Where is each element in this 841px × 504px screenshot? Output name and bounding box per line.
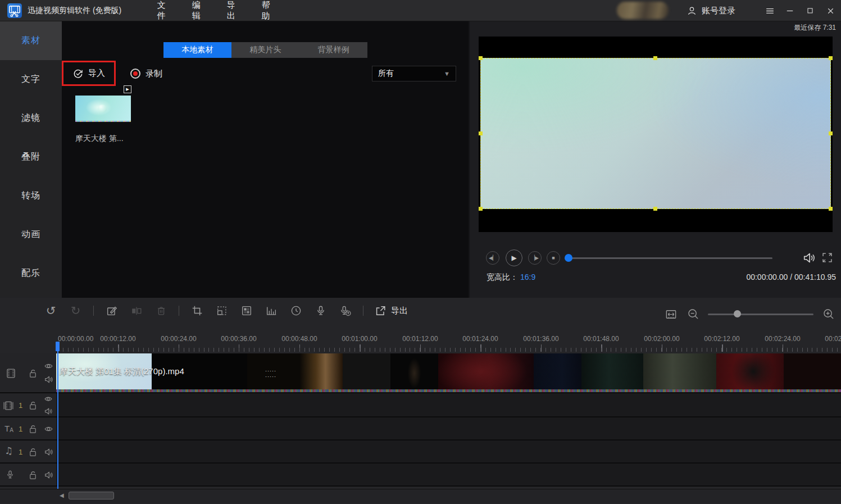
eye-icon[interactable]	[44, 394, 53, 403]
sidebar-item-overlay[interactable]: 叠附	[0, 138, 62, 176]
edit-clip-icon[interactable]	[104, 304, 119, 318]
menu-help[interactable]: 帮助	[257, 0, 275, 24]
resize-handle-bottom-right[interactable]	[829, 207, 833, 211]
sidebar-item-filter[interactable]: 滤镜	[0, 99, 62, 138]
resize-handle-top-center[interactable]	[653, 56, 657, 60]
menu-file[interactable]: 文件	[152, 0, 170, 24]
pip-film-icon	[3, 401, 13, 411]
text-track-icon: TA	[4, 424, 13, 433]
speaker-icon[interactable]	[44, 407, 53, 416]
resize-handle-bottom-center[interactable]	[653, 207, 657, 211]
duration-speed-icon[interactable]	[289, 304, 303, 318]
playhead-line[interactable]	[57, 343, 58, 489]
account-login-button[interactable]: 账号登录	[687, 0, 735, 21]
ruler-tick-label: 00:01:00.00	[342, 335, 377, 343]
speaker-icon[interactable]	[44, 470, 53, 480]
tab-background-samples[interactable]: 背景样例	[299, 42, 367, 58]
toolbar-separator	[93, 306, 94, 316]
stop-button[interactable]: ■	[547, 251, 560, 265]
track-text-lane[interactable]	[56, 417, 841, 439]
resize-handle-top-left[interactable]	[479, 56, 483, 60]
timeline-toolbar: ↺ ↻ 导出	[0, 301, 841, 320]
delete-clip-icon[interactable]	[154, 304, 168, 318]
track-video-lane[interactable]: 摩天大楼 第01集 标清(270p).mp4 ··········	[56, 353, 841, 392]
track-voice	[0, 464, 841, 487]
export-button[interactable]: 导出	[374, 305, 408, 317]
mosaic-icon[interactable]	[239, 304, 253, 318]
menu-export[interactable]: 导出	[222, 0, 240, 24]
scrollbar-thumb[interactable]	[69, 492, 114, 500]
timeline-ruler[interactable]: 00:00:00.00 00:00:12.00 00:00:24.00 00:0…	[0, 332, 841, 353]
sidebar-item-animation[interactable]: 动画	[0, 215, 62, 254]
voice-to-text-icon[interactable]	[338, 304, 352, 318]
zoom-out-icon[interactable]	[686, 307, 700, 321]
track-pip-lane[interactable]	[56, 393, 841, 416]
sidebar-item-text[interactable]: 文字	[0, 60, 62, 99]
tab-local-material[interactable]: 本地素材	[163, 42, 231, 58]
timeline-zoom-slider[interactable]	[708, 314, 813, 315]
material-filter-dropdown[interactable]: 所有 ▼	[372, 66, 456, 81]
track-text-header: TA 1	[0, 417, 56, 439]
tab-label: 背景样例	[318, 45, 349, 55]
import-button[interactable]: 导入	[62, 61, 116, 86]
tab-intro-templates[interactable]: 精美片头	[231, 42, 299, 58]
play-button[interactable]: ▶	[506, 249, 522, 266]
sidebar-item-music[interactable]: 配乐	[0, 254, 62, 293]
preview-progress-knob[interactable]	[565, 254, 572, 262]
lock-open-icon[interactable]	[28, 424, 38, 434]
crop-icon[interactable]	[190, 304, 204, 318]
clip-thumb-frame	[643, 353, 716, 389]
scroll-left-arrow[interactable]: ◀	[60, 492, 64, 498]
video-canvas	[479, 37, 833, 232]
lock-open-icon[interactable]	[28, 369, 38, 378]
menu-edit[interactable]: 编辑	[187, 0, 205, 24]
speaker-icon[interactable]	[44, 447, 53, 457]
track-music: ♫ 1	[0, 441, 841, 464]
app-title: 迅捷视频剪辑软件 (免费版)	[28, 6, 121, 16]
voiceover-mic-icon[interactable]	[313, 304, 328, 318]
sidebar-item-transition[interactable]: 转场	[0, 176, 62, 215]
ruler-tick-label: 00:00:00.00	[58, 335, 93, 343]
redo-icon[interactable]: ↻	[69, 304, 83, 318]
track-voice-lane[interactable]	[56, 464, 841, 485]
timeline-clip-label: 摩天大楼 第01集 标清(270p).mp4	[60, 366, 184, 377]
resize-handle-bottom-left[interactable]	[479, 207, 483, 211]
undo-icon[interactable]: ↺	[44, 304, 58, 318]
canvas-size-icon[interactable]	[215, 304, 229, 318]
lock-open-icon[interactable]	[28, 401, 38, 410]
music-note-icon: ♫	[4, 446, 13, 456]
toolbar-separator	[179, 306, 179, 316]
clip-play-badge-icon[interactable]: ▶	[124, 85, 131, 93]
fullscreen-icon[interactable]	[821, 252, 833, 264]
zoom-in-icon[interactable]	[821, 307, 835, 321]
minimize-button[interactable]	[784, 4, 796, 17]
volume-levels-icon[interactable]	[264, 304, 278, 318]
fit-timeline-icon[interactable]	[664, 307, 678, 321]
prev-frame-button[interactable]: ◀▏	[486, 251, 499, 265]
track-music-lane[interactable]	[56, 441, 841, 462]
speaker-icon[interactable]	[44, 375, 53, 384]
eye-icon[interactable]	[44, 361, 53, 371]
clip-thumb-frame	[784, 353, 841, 389]
maximize-button[interactable]	[804, 4, 816, 17]
eye-icon[interactable]	[44, 424, 53, 434]
lock-open-icon[interactable]	[28, 470, 38, 480]
window-menu-button[interactable]	[763, 4, 776, 17]
aspect-ratio-value[interactable]: 16:9	[520, 273, 535, 281]
resize-handle-mid-left[interactable]	[479, 131, 483, 135]
sidebar-item-material[interactable]: 素材	[0, 21, 62, 60]
last-saved-status: 最近保存 7:31	[794, 23, 836, 33]
split-clip-icon[interactable]	[129, 304, 143, 318]
lock-open-icon[interactable]	[28, 447, 38, 457]
resize-handle-mid-right[interactable]	[829, 131, 833, 135]
material-clip-thumbnail[interactable]	[75, 96, 131, 122]
video-frame-selection[interactable]	[480, 58, 831, 209]
close-button[interactable]	[824, 4, 837, 17]
material-clip-name: 摩天大楼 第...	[75, 134, 124, 144]
timeline-zoom-knob[interactable]	[734, 310, 741, 317]
volume-icon[interactable]	[802, 251, 816, 265]
resize-handle-top-right[interactable]	[829, 56, 833, 60]
next-frame-button[interactable]: ▕▶	[528, 251, 542, 265]
preview-progress-bar[interactable]	[565, 257, 772, 259]
record-button[interactable]: 录制	[130, 65, 162, 82]
